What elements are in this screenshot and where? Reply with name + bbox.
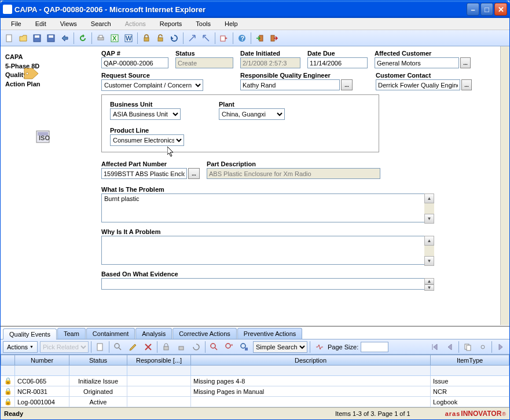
grid-link-icon[interactable]	[476, 341, 489, 353]
status-input	[175, 57, 233, 68]
cell-resp	[127, 386, 191, 397]
prob-textarea[interactable]: Burnt plastic	[101, 193, 434, 222]
excel-icon[interactable]: X	[108, 32, 121, 45]
tab-analysis[interactable]: Analysis	[135, 328, 172, 339]
col-responsible[interactable]: Responsible [...]	[127, 355, 191, 366]
open-icon[interactable]	[17, 32, 30, 45]
cell-number: Log-0001004	[15, 397, 69, 407]
save-icon-2[interactable]	[45, 32, 57, 45]
new-icon[interactable]	[3, 32, 16, 45]
svg-rect-6	[99, 35, 102, 38]
window-title: CA/PA - QAP-00080-2006 - Microsoft Inter…	[14, 5, 467, 14]
arrow-icon-2[interactable]	[200, 32, 212, 45]
col-lock[interactable]	[1, 355, 15, 366]
minimize-button[interactable]: –	[467, 3, 479, 16]
cust-contact-input[interactable]	[376, 79, 460, 90]
grid-revert-icon[interactable]	[190, 341, 203, 353]
menu-help[interactable]: Help	[219, 19, 244, 28]
print-icon[interactable]	[94, 32, 107, 45]
search-mode-select[interactable]: Simple Search	[253, 341, 307, 353]
help-icon[interactable]: ?	[236, 32, 248, 45]
unlock-icon[interactable]	[154, 32, 167, 45]
filter-row[interactable]	[1, 366, 509, 376]
tab-preventive-actions[interactable]: Preventive Actions	[237, 328, 303, 339]
menu-search[interactable]: Search	[85, 19, 117, 28]
lock-icon[interactable]	[140, 32, 153, 45]
maximize-button[interactable]: □	[480, 3, 493, 16]
menu-views[interactable]: Views	[54, 19, 83, 28]
grid-del-icon[interactable]	[142, 341, 155, 353]
grid-next-icon[interactable]	[494, 341, 507, 353]
grid-lock-icon[interactable]	[160, 341, 173, 353]
save-icon[interactable]	[31, 32, 43, 45]
apn-input[interactable]	[101, 168, 187, 179]
menu-tools[interactable]: Tools	[190, 19, 217, 28]
qap-input[interactable]	[101, 57, 168, 68]
evidence-textarea[interactable]	[101, 278, 434, 290]
cell-status: Originated	[69, 386, 127, 397]
iso-icon: ISO	[34, 129, 52, 146]
pl-select[interactable]: Consumer Electronics	[110, 134, 184, 146]
svg-rect-21	[97, 344, 102, 350]
aff-cust-browse-button[interactable]: ...	[460, 57, 471, 68]
grid-search-save-icon[interactable]	[238, 341, 251, 353]
menu-edit[interactable]: Edit	[30, 19, 52, 28]
cell-resp	[127, 376, 191, 386]
lock-icon: 🔒	[1, 376, 15, 386]
brand-logo: aras INNOVATOR®	[445, 410, 506, 418]
grid-first-icon[interactable]	[428, 341, 441, 353]
cell-itemtype: Issue	[431, 376, 509, 386]
refresh-icon[interactable]	[76, 32, 89, 45]
grid-edit-icon[interactable]	[127, 341, 140, 353]
grid-copy-icon[interactable]	[461, 341, 474, 353]
svg-text:ISO: ISO	[39, 134, 50, 141]
col-status[interactable]: Status	[69, 355, 127, 366]
arrow-icon-1[interactable]	[186, 32, 199, 45]
table-row[interactable]: 🔒 NCR-0031 Originated Missing Pages in M…	[1, 386, 509, 397]
cell-itemtype: Logbook	[431, 397, 509, 407]
close-button[interactable]: ✕	[494, 3, 507, 16]
bu-select[interactable]: ASIA Business Unit	[110, 108, 181, 120]
cust-contact-browse-button[interactable]: ...	[461, 79, 472, 90]
col-description[interactable]: Description	[191, 355, 431, 366]
grid-unlock-icon[interactable]	[175, 341, 188, 353]
table-row[interactable]: 🔒 CC06-065 Initialize Issue Missing page…	[1, 376, 509, 386]
table-row[interactable]: 🔒 Log-0001004 Active Logbook	[1, 397, 509, 407]
revert-icon[interactable]	[168, 32, 181, 45]
grid-search-clear-icon[interactable]	[223, 341, 236, 353]
page-size-input[interactable]	[361, 342, 388, 352]
word-icon[interactable]: W	[122, 32, 135, 45]
grid-new-icon[interactable]	[94, 341, 107, 353]
menu-file[interactable]: File	[5, 19, 27, 28]
rqe-browse-button[interactable]: ...	[341, 79, 353, 90]
grid-prev-icon[interactable]	[443, 341, 456, 353]
svg-rect-11	[144, 38, 149, 41]
pick-related-select: Pick Related	[40, 341, 89, 353]
tab-corrective-actions[interactable]: Corrective Actions	[173, 328, 237, 339]
req-src-select[interactable]: Customer Complaint / Concern	[101, 79, 203, 91]
login-icon[interactable]	[254, 32, 266, 45]
aff-cust-input[interactable]	[375, 57, 459, 68]
menu-reports[interactable]: Reports	[154, 19, 188, 28]
grid-search-run-icon[interactable]	[208, 341, 221, 353]
apn-browse-button[interactable]: ...	[188, 168, 200, 179]
col-itemtype[interactable]: ItemType	[431, 355, 509, 366]
undo-icon[interactable]	[58, 32, 71, 45]
tab-quality-events[interactable]: Quality Events	[3, 328, 57, 339]
grid-search-icon[interactable]	[112, 341, 124, 353]
date-due-input[interactable]	[307, 57, 368, 68]
rqe-input[interactable]	[240, 79, 340, 90]
tab-team[interactable]: Team	[57, 328, 86, 339]
tag-icon	[23, 67, 41, 81]
main-toolbar: X W ?	[1, 30, 509, 46]
why-textarea[interactable]	[101, 236, 434, 265]
tab-containment[interactable]: Containment	[86, 328, 135, 339]
logout-icon[interactable]	[267, 32, 280, 45]
svg-text:W: W	[126, 35, 132, 42]
export-icon[interactable]	[218, 32, 230, 45]
pdesc-label: Part Description	[207, 160, 380, 167]
col-number[interactable]: Number	[15, 355, 69, 366]
grid-auto-search-icon[interactable]	[313, 341, 325, 353]
plant-select[interactable]: China, Guangxi	[219, 108, 285, 120]
grid-actions-button[interactable]: Actions▼	[3, 341, 38, 353]
